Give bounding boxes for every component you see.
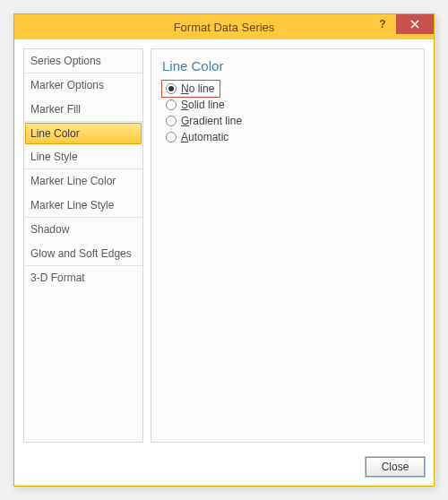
sidebar-item-label: Glow and Soft Edges — [30, 247, 132, 260]
sidebar-item-label: Marker Line Color — [30, 175, 116, 187]
close-button[interactable]: Close — [366, 457, 425, 477]
sidebar-item-label: Line Color — [30, 127, 80, 140]
sidebar-item-glow-soft-edges[interactable]: Glow and Soft Edges — [24, 242, 142, 266]
sidebar-item-3d-format[interactable]: 3-D Format — [24, 266, 142, 290]
sidebar-item-label: Series Options — [30, 55, 101, 67]
radio-option-solid-line[interactable]: Solid line — [162, 97, 413, 113]
sidebar-item-label: 3-D Format — [30, 272, 85, 284]
titlebar: Format Data Series ? — [14, 14, 434, 39]
radio-icon — [166, 116, 177, 126]
sidebar-item-marker-options[interactable]: Marker Options — [24, 73, 142, 98]
sidebar-item-label: Line Style — [30, 151, 78, 163]
radio-icon — [166, 83, 177, 94]
help-button[interactable]: ? — [369, 14, 396, 34]
sidebar-item-marker-line-color[interactable]: Marker Line Color — [24, 169, 142, 194]
sidebar-item-label: Marker Options — [30, 79, 104, 91]
sidebar-item-label: Marker Fill — [30, 103, 81, 116]
sidebar-item-marker-fill[interactable]: Marker Fill — [24, 98, 142, 122]
radio-option-gradient-line[interactable]: Gradient line — [162, 113, 413, 129]
sidebar-item-line-color[interactable]: Line Color — [25, 123, 142, 144]
sidebar-item-shadow[interactable]: Shadow — [24, 218, 142, 242]
window-close-button[interactable] — [396, 14, 434, 34]
radio-option-no-line[interactable]: No line — [162, 81, 220, 97]
sidebar-item-label: Shadow — [30, 223, 69, 236]
help-icon: ? — [379, 18, 385, 30]
sidebar-item-marker-line-style[interactable]: Marker Line Style — [24, 194, 142, 218]
radio-label: Gradient line — [181, 115, 242, 127]
dialog-footer: Close — [14, 452, 434, 486]
radio-icon — [166, 99, 177, 110]
pane-heading: Line Color — [162, 58, 413, 73]
close-button-label: Close — [382, 461, 409, 473]
sidebar-item-series-options[interactable]: Series Options — [24, 49, 142, 73]
sidebar-item-label: Marker Line Style — [30, 199, 114, 211]
sidebar: Series Options Marker Options Marker Fil… — [23, 48, 143, 443]
radio-label: Automatic — [181, 131, 228, 143]
radio-icon — [166, 132, 177, 142]
format-data-series-dialog: Format Data Series ? Series Options Mark… — [13, 13, 435, 487]
dialog-body: Series Options Marker Options Marker Fil… — [14, 39, 434, 452]
radio-label: Solid line — [181, 99, 225, 111]
radio-label: No line — [181, 82, 214, 95]
dialog-title: Format Data Series — [174, 21, 275, 34]
content-pane: Line Color No line Solid line Gradient l… — [151, 48, 425, 443]
close-icon — [410, 20, 419, 29]
sidebar-item-line-style[interactable]: Line Style — [24, 145, 142, 169]
radio-option-automatic[interactable]: Automatic — [162, 129, 413, 145]
titlebar-buttons: ? — [369, 14, 434, 34]
